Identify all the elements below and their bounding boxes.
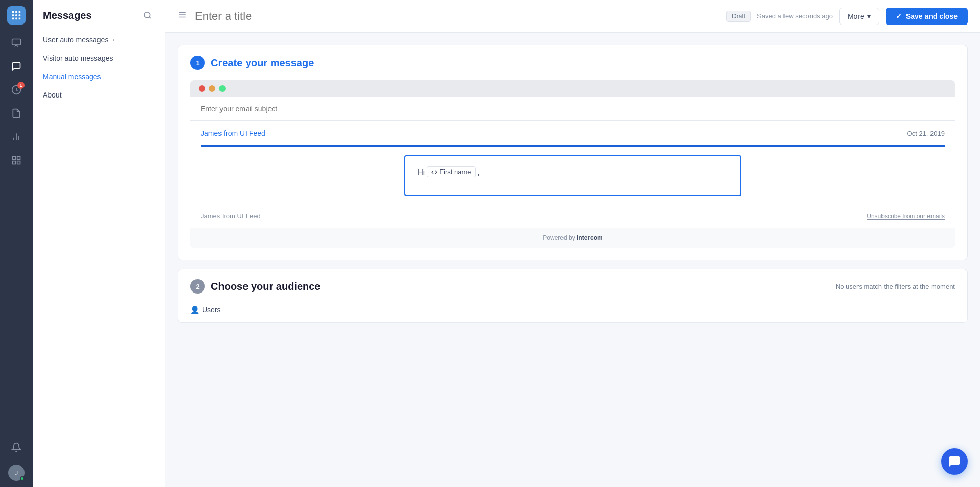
email-preview: James from UI Feed Oct 21, 2019 Hi First…	[190, 80, 955, 248]
notes-icon-btn[interactable]	[6, 103, 27, 124]
email-footer: James from UI Feed Unsubscribe from our …	[190, 204, 955, 228]
svg-rect-0	[12, 11, 14, 13]
first-name-tag[interactable]: First name	[427, 166, 475, 177]
email-subject-row	[190, 97, 955, 121]
avatar-initial: J	[15, 469, 18, 477]
section-header-1: 1 Create your message	[178, 45, 967, 80]
save-close-button[interactable]: ✓ Save and close	[886, 8, 968, 25]
email-window-chrome	[190, 80, 955, 97]
email-from-name: James from UI Feed	[201, 129, 265, 137]
inbox-icon-btn[interactable]	[6, 33, 27, 53]
minimize-dot	[209, 85, 215, 92]
svg-rect-3	[12, 14, 14, 16]
chat-widget-button[interactable]	[941, 448, 968, 475]
draft-badge: Draft	[726, 11, 751, 22]
more-button[interactable]: More ▾	[839, 8, 879, 25]
step-badge-1: 1	[190, 56, 205, 70]
maximize-dot	[219, 85, 226, 92]
audience-header: 2 Choose your audience No users match th…	[178, 269, 967, 304]
unsubscribe-link[interactable]: Unsubscribe from our emails	[867, 213, 945, 220]
audience-users: 👤 Users	[178, 304, 967, 322]
email-divider	[201, 145, 945, 147]
online-dot	[20, 476, 24, 481]
step-badge-2: 2	[190, 279, 205, 294]
email-message-box[interactable]: Hi First name ,	[404, 155, 741, 196]
left-nav-header: Messages	[33, 8, 165, 31]
create-message-section: 1 Create your message James from UI	[178, 45, 968, 260]
sidebar-item-manual[interactable]: Manual messages	[33, 67, 165, 86]
svg-rect-1	[15, 11, 17, 13]
sidebar-item-about[interactable]: About	[33, 86, 165, 104]
content-area: 1 Create your message James from UI	[165, 33, 980, 343]
sidebar-item-label: About	[43, 91, 62, 99]
audience-title: Choose your audience	[211, 281, 321, 293]
conversations-icon-btn[interactable]: 1	[6, 80, 27, 100]
email-greeting: Hi First name ,	[418, 166, 728, 177]
svg-rect-15	[17, 157, 20, 160]
intercom-brand: Intercom	[577, 234, 603, 241]
email-from-row: James from UI Feed Oct 21, 2019	[201, 129, 945, 137]
topbar-right: Saved a few seconds ago More ▾ ✓ Save an…	[757, 8, 968, 25]
notification-badge: 1	[17, 82, 24, 89]
sidebar-item-label: User auto messages	[43, 36, 108, 44]
users-label: Users	[202, 306, 221, 314]
close-dot	[199, 85, 205, 92]
svg-rect-7	[15, 18, 17, 20]
powered-by-row: Powered by Intercom	[190, 228, 955, 248]
svg-rect-2	[19, 11, 21, 13]
svg-point-18	[144, 12, 150, 18]
section-title-1: Create your message	[211, 57, 314, 69]
sidebar-item-user-auto[interactable]: User auto messages ›	[33, 31, 165, 49]
checkmark-icon: ✓	[896, 12, 902, 20]
email-footer-name: James from UI Feed	[201, 212, 261, 220]
main-area: Draft Saved a few seconds ago More ▾ ✓ S…	[165, 0, 980, 487]
sidebar-item-visitor-auto[interactable]: Visitor auto messages	[33, 49, 165, 67]
title-input[interactable]	[195, 10, 720, 23]
hamburger-button[interactable]	[178, 10, 187, 22]
svg-rect-4	[15, 14, 17, 16]
app-logo[interactable]	[7, 6, 26, 25]
topbar: Draft Saved a few seconds ago More ▾ ✓ S…	[165, 0, 980, 33]
left-nav-title: Messages	[43, 10, 92, 21]
sidebar-item-label: Visitor auto messages	[43, 54, 113, 62]
sidebar-item-label: Manual messages	[43, 72, 101, 81]
svg-rect-5	[19, 14, 21, 16]
saved-status: Saved a few seconds ago	[757, 12, 833, 20]
user-icon: 👤	[190, 306, 199, 314]
svg-rect-8	[19, 18, 21, 20]
left-nav: Messages User auto messages › Visitor au…	[33, 0, 165, 487]
alerts-icon-btn[interactable]	[6, 437, 27, 457]
chevron-right-icon: ›	[112, 37, 114, 43]
svg-line-19	[149, 17, 151, 18]
svg-rect-17	[13, 161, 16, 164]
svg-rect-14	[13, 157, 16, 160]
sidebar-icon-rail: 1 J	[0, 0, 33, 487]
email-subject-input[interactable]	[201, 105, 945, 113]
analytics-icon-btn[interactable]	[6, 127, 27, 147]
svg-rect-6	[12, 18, 14, 20]
chevron-down-icon: ▾	[867, 12, 871, 20]
no-match-text: No users match the filters at the moment	[836, 283, 955, 290]
apps-icon-btn[interactable]	[6, 150, 27, 171]
email-date: Oct 21, 2019	[907, 130, 945, 137]
svg-rect-16	[17, 161, 20, 164]
choose-audience-section: 2 Choose your audience No users match th…	[178, 269, 968, 323]
svg-rect-9	[12, 39, 21, 45]
user-avatar[interactable]: J	[8, 465, 24, 481]
search-button[interactable]	[140, 8, 155, 22]
messages-icon-btn[interactable]	[6, 56, 27, 77]
email-body-area: James from UI Feed Oct 21, 2019 Hi First…	[190, 121, 955, 204]
